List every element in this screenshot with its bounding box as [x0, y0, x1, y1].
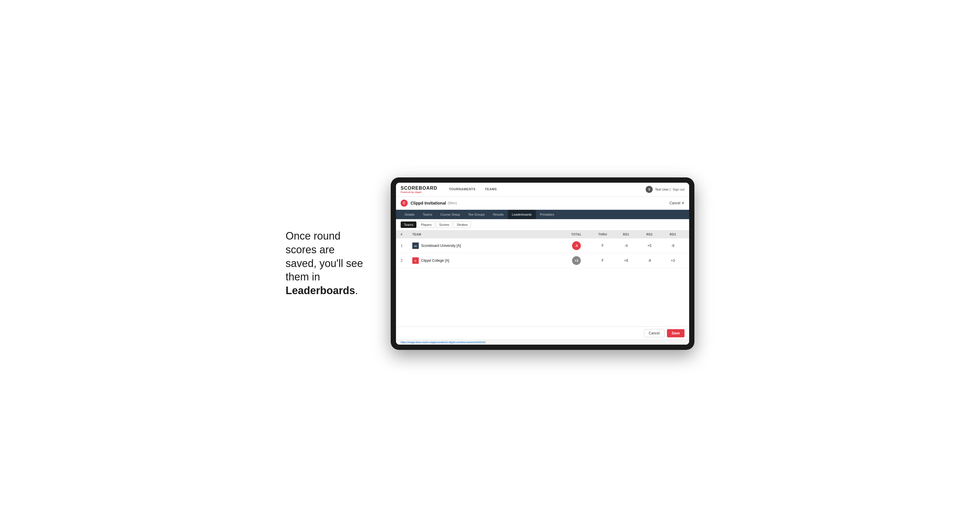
app-header: SCOREBOARD Powered by clippd TOURNAMENTS… — [396, 183, 689, 197]
tournament-gender: (Men) — [448, 201, 457, 205]
filter-strokes[interactable]: Strokes — [453, 221, 471, 228]
logo-powered: Powered by clippd — [401, 191, 438, 194]
rd2-1: +5 — [638, 244, 661, 248]
tablet-frame: SCOREBOARD Powered by clippd TOURNAMENTS… — [391, 178, 694, 350]
svg-text:C: C — [415, 259, 417, 262]
thru-1: F — [591, 244, 614, 248]
save-button[interactable]: Save — [667, 329, 684, 337]
thru-2: F — [591, 259, 614, 263]
sidebar-description: Once round scores are saved, you'll see … — [286, 229, 373, 298]
col-rank: # — [401, 233, 412, 236]
filter-bar: Teams Players Scores Strokes — [396, 219, 689, 230]
sub-nav-leaderboards[interactable]: Leaderboards — [508, 210, 536, 219]
header-right: S Test User | Sign out — [646, 186, 684, 193]
table-row: 1 SU Scoreboard University [A] -5 — [396, 238, 689, 253]
rd1-1: -4 — [614, 244, 638, 248]
tournament-icon: C — [401, 200, 408, 206]
sign-out-button[interactable]: Sign out — [673, 187, 684, 191]
col-rd3: RD3 — [661, 233, 684, 236]
logo-area: SCOREBOARD Powered by clippd — [401, 186, 438, 194]
table-header: # TEAM TOTAL THRU RD1 RD2 RD3 — [396, 230, 689, 238]
tournament-header: C Clippd Invitational (Men) Cancel ✕ — [396, 197, 689, 210]
team-logo-1: SU — [412, 243, 419, 249]
team-name-2: Clippd College [A] — [421, 259, 449, 263]
rd3-2: +3 — [661, 259, 684, 263]
rank-2: 2 — [401, 259, 412, 263]
sub-nav-results[interactable]: Results — [489, 210, 508, 219]
nav-teams[interactable]: TEAMS — [480, 183, 501, 197]
team-name-1: Scoreboard University [A] — [421, 244, 461, 248]
user-avatar: S — [646, 186, 653, 193]
filter-scores[interactable]: Scores — [436, 221, 452, 228]
filter-players[interactable]: Players — [418, 221, 435, 228]
score-badge-2: +3 — [572, 256, 581, 265]
team-cell-2: C Clippd College [A] — [412, 257, 562, 264]
content-area — [396, 268, 689, 327]
cancel-top-button[interactable]: Cancel ✕ — [670, 201, 684, 205]
top-nav: TOURNAMENTS TEAMS — [444, 183, 646, 197]
col-thru: THRU — [591, 233, 614, 236]
col-rd1: RD1 — [614, 233, 638, 236]
rank-1: 1 — [401, 244, 412, 248]
logo-text: SCOREBOARD — [401, 186, 438, 191]
bottom-bar: Cancel Save — [396, 327, 689, 340]
col-total: TOTAL — [562, 233, 591, 236]
rd3-1: -6 — [661, 244, 684, 248]
cancel-button[interactable]: Cancel — [644, 329, 665, 337]
table-row: 2 C Clippd College [A] +3 F — [396, 253, 689, 268]
sub-nav-teams[interactable]: Teams — [419, 210, 436, 219]
sub-nav-course-setup[interactable]: Course Setup — [436, 210, 464, 219]
tablet-screen: SCOREBOARD Powered by clippd TOURNAMENTS… — [396, 183, 689, 344]
tournament-title: Clippd Invitational — [410, 201, 446, 205]
team-logo-2: C — [412, 257, 419, 264]
sub-nav-printables[interactable]: Printables — [536, 210, 558, 219]
filter-teams[interactable]: Teams — [401, 221, 417, 228]
user-name: Test User | — [655, 187, 670, 191]
leaderboard-table: # TEAM TOTAL THRU RD1 RD2 RD3 1 — [396, 230, 689, 268]
rd2-2: -8 — [638, 259, 661, 263]
sub-nav-details[interactable]: Details — [401, 210, 419, 219]
team-cell-1: SU Scoreboard University [A] — [412, 243, 562, 249]
svg-text:SU: SU — [414, 245, 417, 247]
url-bar: https://stage-blue-coach.stagescorebord.… — [396, 340, 689, 344]
col-rd2: RD2 — [638, 233, 661, 236]
nav-tournaments[interactable]: TOURNAMENTS — [444, 183, 480, 197]
rd1-2: +8 — [614, 259, 638, 263]
sub-nav: Details Teams Course Setup Tee Groups Re… — [396, 210, 689, 219]
score-badge-1: -5 — [572, 241, 581, 250]
sub-nav-tee-groups[interactable]: Tee Groups — [464, 210, 489, 219]
col-team: TEAM — [412, 233, 562, 236]
